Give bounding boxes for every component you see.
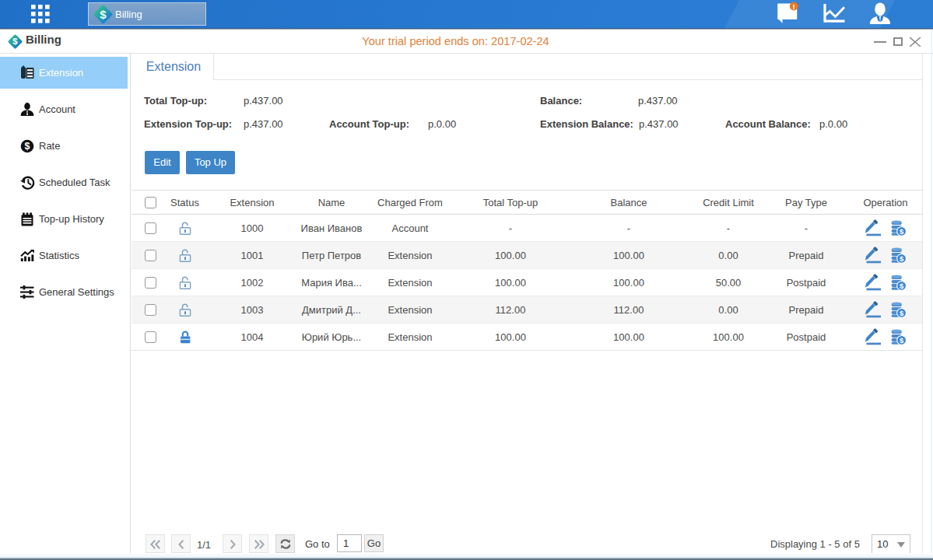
svg-text:$: $ [900, 281, 904, 289]
svg-text:$: $ [900, 335, 904, 344]
svg-text:!: ! [793, 2, 795, 11]
svg-text:$: $ [900, 254, 904, 262]
svg-text:$: $ [900, 308, 904, 317]
svg-text:$: $ [100, 8, 107, 21]
svg-text:$: $ [900, 226, 904, 235]
svg-text:$: $ [25, 141, 30, 152]
